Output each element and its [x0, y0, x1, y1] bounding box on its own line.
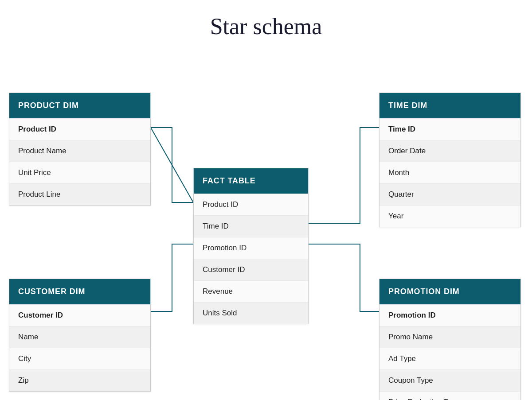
table-row: Product ID — [9, 118, 150, 140]
table-row: Month — [379, 162, 520, 183]
customer-dim-table: CUSTOMER DIM Customer ID Name City Zip — [9, 279, 151, 392]
customer-dim-header: CUSTOMER DIM — [9, 279, 150, 304]
table-row: Product Line — [9, 183, 150, 205]
table-row: Ad Type — [379, 348, 520, 369]
table-row: Time ID — [194, 215, 308, 237]
table-row: Name — [9, 326, 150, 348]
table-row: Time ID — [379, 118, 520, 140]
table-row: Promotion ID — [379, 304, 520, 326]
table-row: Order Date — [379, 140, 520, 162]
table-row: Product Name — [9, 140, 150, 162]
table-row: Year — [379, 205, 520, 227]
table-row: Unit Price — [9, 162, 150, 183]
promotion-dim-table: PROMOTION DIM Promotion ID Promo Name Ad… — [379, 279, 521, 400]
table-row: Promotion ID — [194, 237, 308, 259]
table-row: Units Sold — [194, 302, 308, 324]
product-dim-table: PRODUCT DIM Product ID Product Name Unit… — [9, 93, 151, 206]
fact-table-header: FACT TABLE — [194, 168, 308, 194]
table-row: Coupon Type — [379, 369, 520, 391]
fact-table: FACT TABLE Product ID Time ID Promotion … — [193, 168, 309, 324]
promotion-dim-header: PROMOTION DIM — [379, 279, 520, 304]
table-row: Revenue — [194, 280, 308, 302]
table-row: Promo Name — [379, 326, 520, 348]
table-row: City — [9, 348, 150, 369]
table-row: Customer ID — [9, 304, 150, 326]
table-row: Customer ID — [194, 259, 308, 280]
product-dim-header: PRODUCT DIM — [9, 93, 150, 118]
time-dim-table: TIME DIM Time ID Order Date Month Quarte… — [379, 93, 521, 227]
time-dim-header: TIME DIM — [379, 93, 520, 118]
table-row: Zip — [9, 369, 150, 391]
table-row: Quarter — [379, 183, 520, 205]
page-title: Star schema — [0, 0, 532, 44]
table-row: Price Reduction Type — [379, 391, 520, 400]
svg-line-0 — [151, 128, 193, 202]
table-row: Product ID — [194, 194, 308, 215]
